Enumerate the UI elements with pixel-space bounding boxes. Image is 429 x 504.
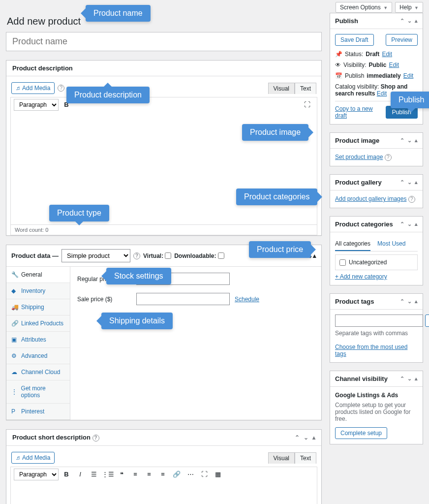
chevron-down-icon[interactable]: ⌄ — [407, 376, 412, 382]
chevron-up-icon[interactable]: ⌃ — [400, 179, 404, 186]
callout-product-categories: Product categories — [236, 189, 317, 205]
set-product-image-link[interactable]: Set product image — [335, 154, 383, 160]
schedule-link[interactable]: Schedule — [235, 296, 259, 303]
fullscreen-icon[interactable]: ⛶ — [198, 469, 210, 480]
cloud-icon: ☁ — [11, 369, 18, 376]
move-up-icon[interactable]: ▴ — [415, 376, 418, 382]
more-icon: ⋮ — [11, 388, 18, 395]
downloadable-label: Downloadable: — [174, 252, 224, 259]
screen-options-button[interactable]: Screen Options ▼ — [336, 2, 392, 13]
chevron-down-icon[interactable]: ⌄ — [407, 137, 412, 144]
move-up-icon[interactable]: ▴ — [415, 18, 418, 24]
edit-publish-link[interactable]: Edit — [403, 72, 414, 79]
editor-toolbar: Paragraph B ⛶ — [10, 97, 317, 112]
downloadable-checkbox[interactable] — [218, 252, 224, 259]
chevron-down-icon[interactable]: ⌄ — [407, 18, 412, 24]
more-icon[interactable]: ⋯ — [184, 469, 196, 480]
chevron-up-icon[interactable]: ⌃ — [400, 298, 404, 305]
product-categories-box: Product categories ⌃⌄▴ All categories Mo… — [330, 216, 423, 285]
help-icon[interactable]: ? — [92, 435, 99, 441]
product-gallery-box: Product gallery ⌃⌄▴ Add product gallery … — [330, 174, 423, 208]
copy-to-draft-link[interactable]: Copy to a new draft — [335, 105, 386, 119]
short-description-editor[interactable] — [10, 481, 317, 504]
tab-advanced[interactable]: ⚙Advanced — [6, 348, 70, 364]
chevron-up-icon[interactable]: ⌃ — [295, 434, 300, 441]
text-tab-short[interactable]: Text — [295, 452, 316, 464]
help-icon[interactable]: ? — [133, 252, 140, 259]
fullscreen-icon[interactable]: ⛶ — [301, 99, 313, 111]
callout-product-type: Product type — [49, 205, 109, 221]
tag-input[interactable] — [335, 315, 423, 327]
complete-setup-button[interactable]: Complete setup — [335, 427, 387, 439]
edit-status-link[interactable]: Edit — [382, 51, 392, 58]
align-right-icon[interactable]: ≡ — [157, 469, 169, 480]
add-tag-button[interactable]: Add — [425, 315, 429, 327]
italic-icon[interactable]: I — [74, 469, 86, 480]
move-up-icon[interactable]: ▴ — [415, 137, 418, 144]
callout-product-image: Product image — [242, 124, 308, 141]
product-name-input[interactable] — [6, 32, 322, 51]
quote-icon[interactable]: ❝ — [116, 469, 127, 480]
choose-tags-link[interactable]: Choose from the most used tags — [335, 344, 407, 357]
format-select[interactable]: Paragraph — [14, 99, 59, 111]
move-up-icon[interactable]: ▴ — [415, 221, 418, 227]
short-description-title: Product short description — [12, 434, 91, 441]
add-new-category-link[interactable]: + Add new category — [335, 273, 387, 280]
link-icon[interactable]: 🔗 — [171, 469, 183, 480]
visual-tab-short[interactable]: Visual — [268, 452, 295, 464]
bold-icon[interactable]: B — [61, 469, 72, 480]
tab-linked-products[interactable]: 🔗Linked Products — [6, 315, 70, 332]
inventory-icon: ◆ — [11, 287, 18, 294]
edit-catalog-vis-link[interactable]: Edit — [377, 90, 387, 97]
most-used-tab[interactable]: Most Used — [377, 237, 405, 251]
help-icon[interactable]: ? — [408, 196, 415, 203]
help-icon[interactable]: ? — [58, 85, 64, 92]
category-uncategorized[interactable]: Uncategorized — [339, 259, 413, 266]
move-up-icon[interactable]: ▴ — [312, 434, 315, 441]
toolbar-toggle-icon[interactable]: ▦ — [212, 469, 224, 480]
tab-inventory[interactable]: ◆Inventory — [6, 283, 70, 299]
move-up-icon[interactable]: ▴ — [415, 298, 418, 305]
channel-visibility-title: Channel visibility — [335, 375, 388, 382]
callout-publish: Publish — [391, 92, 429, 108]
help-icon[interactable]: ? — [385, 154, 392, 161]
sale-price-input[interactable] — [136, 293, 230, 305]
uncategorized-checkbox[interactable] — [339, 259, 346, 266]
chevron-up-icon[interactable]: ⌃ — [400, 137, 404, 144]
chevron-up-icon[interactable]: ⌃ — [400, 221, 404, 227]
chevron-down-icon[interactable]: ⌄ — [407, 221, 412, 227]
align-center-icon[interactable]: ≡ — [143, 469, 155, 480]
tab-shipping[interactable]: 🚚Shipping — [6, 299, 70, 315]
format-select-short[interactable]: Paragraph — [14, 469, 59, 480]
edit-visibility-link[interactable]: Edit — [389, 62, 399, 68]
tab-more-options[interactable]: ⋮Get more options — [6, 380, 70, 404]
move-up-icon[interactable]: ▴ — [415, 179, 418, 186]
chevron-down-icon[interactable]: ⌄ — [407, 298, 412, 305]
product-type-select[interactable]: Simple product — [61, 249, 130, 262]
chevron-down-icon[interactable]: ⌄ — [304, 434, 308, 441]
text-tab[interactable]: Text — [295, 83, 316, 94]
number-list-icon[interactable]: ⋮☰ — [102, 469, 114, 480]
virtual-checkbox[interactable] — [165, 252, 171, 259]
all-categories-tab[interactable]: All categories — [335, 237, 370, 251]
add-gallery-images-link[interactable]: Add product gallery images — [335, 195, 406, 202]
tab-attributes[interactable]: ▣Attributes — [6, 332, 70, 348]
chevron-down-icon[interactable]: ⌄ — [407, 179, 412, 186]
align-left-icon[interactable]: ≡ — [129, 469, 141, 480]
tab-pinterest[interactable]: PPinterest — [6, 404, 70, 420]
bullet-list-icon[interactable]: ☰ — [88, 469, 100, 480]
callout-shipping-details: Shipping details — [101, 313, 173, 329]
short-description-box: Product short description ? ⌃⌄▴ ♬ Add Me… — [6, 429, 322, 504]
gla-desc: Complete setup to get your products list… — [335, 402, 418, 422]
visual-tab[interactable]: Visual — [268, 83, 295, 94]
add-media-button-short[interactable]: ♬ Add Media — [11, 452, 55, 464]
tab-general[interactable]: 🔧General — [6, 267, 70, 283]
chevron-up-icon[interactable]: ⌃ — [400, 18, 404, 24]
add-media-button[interactable]: ♬ Add Media — [11, 82, 55, 94]
help-button[interactable]: Help ▼ — [395, 2, 423, 13]
tab-channel-cloud[interactable]: ☁Channel Cloud — [6, 364, 70, 380]
save-draft-button[interactable]: Save Draft — [335, 34, 374, 46]
chevron-up-icon[interactable]: ⌃ — [400, 376, 404, 382]
preview-button[interactable]: Preview — [386, 34, 418, 46]
list-icon: ▣ — [11, 336, 18, 343]
